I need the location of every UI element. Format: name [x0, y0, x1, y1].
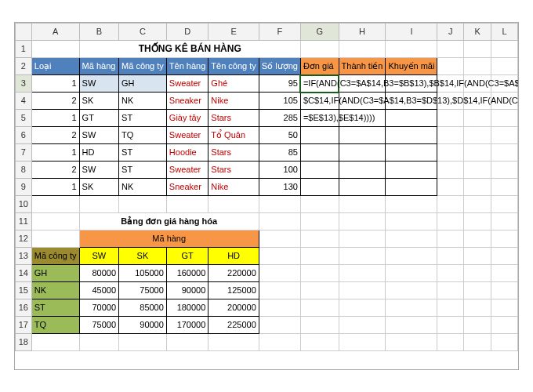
cell[interactable]: 200000 — [208, 299, 259, 317]
spreadsheet-grid[interactable]: A B C D E F G H I J K L 1 THỐNG KÊ BÁN H… — [14, 22, 519, 370]
cell[interactable] — [79, 196, 118, 213]
row-head-2[interactable]: 2 — [16, 58, 32, 75]
pricetable-col[interactable]: HD — [208, 248, 259, 265]
cell[interactable] — [339, 196, 386, 213]
cell[interactable] — [300, 196, 339, 213]
cell[interactable] — [464, 230, 491, 248]
cell[interactable] — [259, 230, 300, 248]
row-head-4[interactable]: 4 — [16, 93, 32, 110]
row-head-7[interactable]: 7 — [16, 144, 32, 162]
hdr-mahang[interactable]: Mã hàng — [79, 58, 118, 75]
cell[interactable] — [31, 230, 79, 248]
col-head-F[interactable]: F — [259, 24, 300, 41]
cell[interactable] — [119, 334, 167, 351]
cell[interactable] — [437, 144, 464, 162]
cell[interactable] — [339, 179, 386, 196]
cell[interactable] — [437, 58, 464, 75]
cell[interactable] — [119, 196, 167, 213]
cell[interactable]: 100 — [259, 162, 300, 179]
cell[interactable] — [464, 334, 491, 351]
title-cell[interactable]: THỐNG KÊ BÁN HÀNG — [79, 41, 300, 58]
grid-table[interactable]: A B C D E F G H I J K L 1 THỐNG KÊ BÁN H… — [15, 23, 518, 351]
cell[interactable] — [437, 196, 464, 213]
cell[interactable] — [437, 299, 464, 317]
cell[interactable] — [259, 265, 300, 282]
col-head-C[interactable]: C — [119, 24, 167, 41]
cell[interactable] — [464, 179, 491, 196]
row-head-6[interactable]: 6 — [16, 127, 32, 144]
hdr-macongty[interactable]: Mã công ty — [119, 58, 167, 75]
hdr-dongia[interactable]: Đơn giá — [300, 58, 339, 75]
cell[interactable]: 105 — [259, 93, 300, 110]
cell[interactable] — [464, 282, 491, 299]
cell[interactable] — [300, 41, 339, 58]
cell[interactable] — [259, 282, 300, 299]
cell[interactable] — [300, 144, 339, 162]
row-head-12[interactable]: 12 — [16, 230, 32, 248]
cell[interactable] — [31, 196, 79, 213]
cell[interactable]: 1 — [31, 75, 79, 93]
cell[interactable]: 2 — [31, 162, 79, 179]
hdr-loai[interactable]: Loại — [31, 58, 79, 75]
cell[interactable] — [259, 334, 300, 351]
cell[interactable]: Tổ Quân — [208, 127, 259, 144]
cell[interactable] — [259, 299, 300, 317]
cell[interactable]: 75000 — [79, 317, 118, 334]
cell[interactable] — [31, 334, 79, 351]
cell[interactable]: 50 — [259, 127, 300, 144]
cell[interactable]: Sweater — [166, 162, 208, 179]
cell[interactable] — [386, 144, 437, 162]
cell[interactable] — [437, 127, 464, 144]
hdr-tencongty[interactable]: Tên công ty — [208, 58, 259, 75]
cell[interactable] — [464, 162, 491, 179]
col-head-A[interactable]: A — [31, 24, 79, 41]
col-head-H[interactable]: H — [339, 24, 386, 41]
cell[interactable]: 85 — [259, 144, 300, 162]
cell[interactable]: 160000 — [166, 265, 208, 282]
cell[interactable] — [386, 196, 437, 213]
cell[interactable]: ST — [119, 110, 167, 127]
cell[interactable] — [339, 213, 386, 230]
cell[interactable] — [491, 196, 517, 213]
cell[interactable]: ST — [119, 144, 167, 162]
cell[interactable]: SW — [79, 127, 118, 144]
col-head-B[interactable]: B — [79, 24, 118, 41]
pricetable-macongty-header[interactable]: Mã công ty — [31, 248, 79, 265]
pricetable-title[interactable]: Bảng đơn giá hàng hóa — [79, 213, 259, 230]
cell[interactable]: 75000 — [119, 282, 167, 299]
cell[interactable] — [491, 265, 517, 282]
cell[interactable]: 70000 — [79, 299, 118, 317]
cell[interactable]: Giày tây — [166, 110, 208, 127]
row-head-3[interactable]: 3 — [16, 75, 32, 93]
cell[interactable]: Sweater — [166, 75, 208, 93]
cell[interactable] — [339, 162, 386, 179]
cell[interactable]: 225000 — [208, 317, 259, 334]
row-head-16[interactable]: 16 — [16, 299, 32, 317]
cell[interactable]: ST — [119, 162, 167, 179]
cell[interactable] — [339, 230, 386, 248]
cell[interactable] — [437, 213, 464, 230]
cell[interactable]: 125000 — [208, 282, 259, 299]
cell[interactable]: Nike — [208, 93, 259, 110]
cell[interactable] — [491, 213, 517, 230]
row-head-8[interactable]: 8 — [16, 162, 32, 179]
cell[interactable]: 1 — [31, 179, 79, 196]
active-cell[interactable]: =IF(AND(C3=$A$14,B3=$B$13),$B$14,IF(AND(… — [300, 75, 339, 93]
cell[interactable]: Stars — [208, 110, 259, 127]
cell[interactable]: GT — [79, 110, 118, 127]
pricetable-company[interactable]: GH — [31, 265, 79, 282]
cell[interactable] — [464, 41, 491, 58]
col-head-L[interactable]: L — [491, 24, 517, 41]
cell[interactable] — [464, 196, 491, 213]
col-head-D[interactable]: D — [166, 24, 208, 41]
cell[interactable] — [339, 317, 386, 334]
cell[interactable] — [491, 58, 517, 75]
cell[interactable] — [386, 282, 437, 299]
cell[interactable] — [386, 179, 437, 196]
cell[interactable] — [491, 179, 517, 196]
pricetable-col[interactable]: SK — [119, 248, 167, 265]
row-head-1[interactable]: 1 — [16, 41, 32, 58]
cell[interactable] — [300, 299, 339, 317]
cell[interactable]: 1 — [31, 144, 79, 162]
col-head-E[interactable]: E — [208, 24, 259, 41]
